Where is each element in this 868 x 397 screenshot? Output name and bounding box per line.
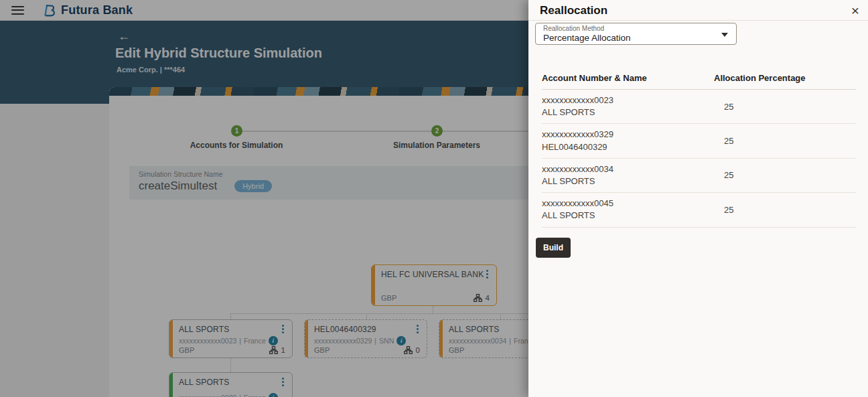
dropdown-selected-value: Percentage Allocation [543,33,716,43]
row-account-name: ALL SPORTS [542,175,714,187]
build-button[interactable]: Build [536,238,571,258]
table-row: xxxxxxxxxxxx0034 ALL SPORTS 25 [542,159,856,193]
row-account-name: ALL SPORTS [542,210,714,222]
row-account-number: xxxxxxxxxxxx0023 [542,94,714,106]
panel-title: Reallocation [540,4,607,17]
reallocation-panel: Reallocation × Reallocation Method Perce… [528,0,868,397]
chevron-down-icon [721,33,728,37]
close-icon[interactable]: × [851,1,859,19]
allocation-table: Account Number & Name Allocation Percent… [542,73,856,228]
row-allocation-percentage[interactable]: 25 [714,102,856,112]
col-header-percentage: Allocation Percentage [714,73,856,83]
table-row: xxxxxxxxxxxx0023 ALL SPORTS 25 [542,90,856,124]
row-account-number: xxxxxxxxxxxx0045 [542,197,714,210]
dropdown-label: Reallocation Method [543,25,716,32]
row-allocation-percentage[interactable]: 25 [714,136,856,146]
panel-header: Reallocation × [528,0,868,21]
table-header-row: Account Number & Name Allocation Percent… [542,73,856,90]
row-account-number: xxxxxxxxxxxx0329 [542,129,714,141]
row-allocation-percentage[interactable]: 25 [714,205,856,215]
row-account-number: xxxxxxxxxxxx0034 [542,163,714,175]
row-account-name: HEL0046400329 [542,141,714,153]
app-window: Futura Bank ← Edit Hybrid Structure Simu… [0,0,868,397]
reallocation-method-dropdown[interactable]: Reallocation Method Percentage Allocatio… [535,23,737,45]
row-account-name: ALL SPORTS [542,106,714,118]
row-allocation-percentage[interactable]: 25 [714,170,856,180]
table-row: xxxxxxxxxxxx0329 HEL0046400329 25 [542,124,856,158]
col-header-account: Account Number & Name [542,73,714,83]
table-row: xxxxxxxxxxxx0045 ALL SPORTS 25 [542,193,856,227]
